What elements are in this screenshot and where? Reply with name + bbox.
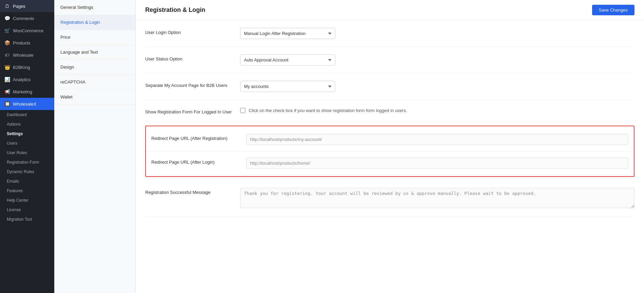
show-registration-form-checkbox[interactable] xyxy=(240,108,245,113)
registration-success-message-control: Thank you for registering. Your account … xyxy=(240,188,634,209)
sidebar-sub-users[interactable]: Users xyxy=(0,139,54,148)
redirect-after-registration-input[interactable] xyxy=(246,134,628,145)
middle-nav-design[interactable]: Design xyxy=(54,60,135,75)
b2bking-icon: 👑 xyxy=(4,65,10,70)
user-login-option-label: User Login Option xyxy=(145,28,240,35)
sidebar-item-products[interactable]: 📦 Products xyxy=(0,37,54,49)
sidebar-item-label: WholesaleX xyxy=(13,102,36,107)
setting-row-registration-success-message: Registration Successful Message Thank yo… xyxy=(145,180,634,217)
sidebar-sub-dashboard[interactable]: Dashboard xyxy=(0,110,54,120)
sidebar-item-label: Analytics xyxy=(13,77,31,82)
setting-row-redirect-after-registration: Redirect Page URL (After Registration) xyxy=(146,128,634,151)
sidebar-item-wholesalex[interactable]: 🔲 WholesaleX xyxy=(0,98,54,110)
separate-my-account-select[interactable]: My accounts Custom Page xyxy=(240,81,335,92)
woocommerce-icon: 🛒 xyxy=(4,28,10,33)
sidebar-item-pages[interactable]: 🗋 Pages xyxy=(0,0,54,12)
pages-icon: 🗋 xyxy=(4,3,10,9)
show-registration-form-control: Click on the check box if you want to sh… xyxy=(240,107,634,114)
sidebar-item-label: Products xyxy=(13,40,30,45)
sidebar-item-label: Marketing xyxy=(13,89,32,94)
middle-nav-language-text[interactable]: Language and Text xyxy=(54,45,135,60)
middle-nav-general-settings[interactable]: General Settings xyxy=(54,0,135,15)
redirect-after-login-label: Redirect Page URL (After Login) xyxy=(151,158,246,165)
sidebar-item-label: Comments xyxy=(13,16,34,21)
sidebar-item-woocommerce[interactable]: 🛒 WooCommerce xyxy=(0,24,54,37)
middle-nav-wallet[interactable]: Wallet xyxy=(54,90,135,105)
user-login-option-control: Manual Login After Registration Auto Log… xyxy=(240,28,634,39)
show-registration-form-label: Show Registration Form For Logged In Use… xyxy=(145,107,240,114)
separate-my-account-label: Separate My Account Page for B2B Users xyxy=(145,81,240,88)
redirect-after-login-control xyxy=(246,158,628,169)
sidebar-sub-migration-tool[interactable]: Migration Tool xyxy=(0,215,54,224)
sidebar-sub-registration-form[interactable]: Registration Form xyxy=(0,158,54,167)
sidebar-item-marketing[interactable]: 📢 Marketing xyxy=(0,86,54,98)
setting-row-show-registration-form: Show Registration Form For Logged In Use… xyxy=(145,100,634,122)
sidebar-item-analytics[interactable]: 📊 Analytics xyxy=(0,73,54,86)
sidebar-sub-features[interactable]: Features xyxy=(0,186,54,196)
sidebar-item-label: B2BKing xyxy=(13,65,30,70)
registration-success-message-label: Registration Successful Message xyxy=(145,188,240,195)
main-content: Registration & Login Save Changes User L… xyxy=(136,0,644,293)
page-title: Registration & Login xyxy=(145,6,205,14)
registration-success-message-textarea[interactable]: Thank you for registering. Your account … xyxy=(240,188,634,208)
user-status-option-control: Auto Approval Account Manual Approval Ac… xyxy=(240,54,634,66)
redirect-after-registration-control xyxy=(246,134,628,145)
sidebar-sub-addons[interactable]: Addons xyxy=(0,120,54,129)
setting-row-user-status-option: User Status Option Auto Approval Account… xyxy=(145,47,634,73)
checkbox-wrap: Click on the check box if you want to sh… xyxy=(240,107,634,114)
middle-panel: General Settings Registration & Login Pr… xyxy=(54,0,136,293)
redirect-after-login-input[interactable] xyxy=(246,158,628,169)
wholesale-icon: 🏷 xyxy=(4,52,10,58)
sidebar-item-label: WooCommerce xyxy=(13,28,43,33)
sidebar: 🗋 Pages 💬 Comments 🛒 WooCommerce 📦 Produ… xyxy=(0,0,54,293)
user-login-option-select[interactable]: Manual Login After Registration Auto Log… xyxy=(240,28,335,39)
marketing-icon: 📢 xyxy=(4,89,10,94)
sidebar-item-label: Pages xyxy=(13,4,25,9)
sidebar-item-label: Wholesale xyxy=(13,53,34,58)
sidebar-sub-settings[interactable]: Settings xyxy=(0,129,54,139)
sidebar-item-wholesale[interactable]: 🏷 Wholesale xyxy=(0,49,54,61)
sidebar-sub-dynamic-rules[interactable]: Dynamic Rules xyxy=(0,167,54,177)
separate-my-account-control: My accounts Custom Page xyxy=(240,81,634,92)
comments-icon: 💬 xyxy=(4,16,10,21)
sidebar-sub-user-roles[interactable]: User Roles xyxy=(0,148,54,158)
user-status-option-label: User Status Option xyxy=(145,54,240,61)
setting-row-user-login-option: User Login Option Manual Login After Reg… xyxy=(145,20,634,47)
setting-row-redirect-after-login: Redirect Page URL (After Login) xyxy=(146,151,634,175)
user-status-option-select[interactable]: Auto Approval Account Manual Approval Ac… xyxy=(240,54,335,66)
middle-nav-price[interactable]: Price xyxy=(54,30,135,45)
sidebar-sub-help-center[interactable]: Help Center xyxy=(0,196,54,205)
sidebar-sub-emails[interactable]: Emails xyxy=(0,177,54,186)
sidebar-item-b2bking[interactable]: 👑 B2BKing xyxy=(0,61,54,73)
analytics-icon: 📊 xyxy=(4,77,10,82)
sidebar-sub-license[interactable]: License xyxy=(0,205,54,215)
redirect-urls-box: Redirect Page URL (After Registration) R… xyxy=(145,126,634,177)
show-registration-form-desc: Click on the check box if you want to sh… xyxy=(249,107,407,114)
sidebar-item-comments[interactable]: 💬 Comments xyxy=(0,12,54,24)
products-icon: 📦 xyxy=(4,40,10,45)
main-header: Registration & Login Save Changes xyxy=(136,0,644,20)
save-changes-button[interactable]: Save Changes xyxy=(592,5,634,15)
setting-row-separate-my-account: Separate My Account Page for B2B Users M… xyxy=(145,73,634,100)
redirect-after-registration-label: Redirect Page URL (After Registration) xyxy=(151,134,246,141)
middle-nav-recaptcha[interactable]: reCAPTCHA xyxy=(54,75,135,90)
wholesalex-icon: 🔲 xyxy=(4,101,10,107)
middle-nav-registration-login[interactable]: Registration & Login xyxy=(54,15,135,30)
settings-body: User Login Option Manual Login After Reg… xyxy=(136,20,644,231)
